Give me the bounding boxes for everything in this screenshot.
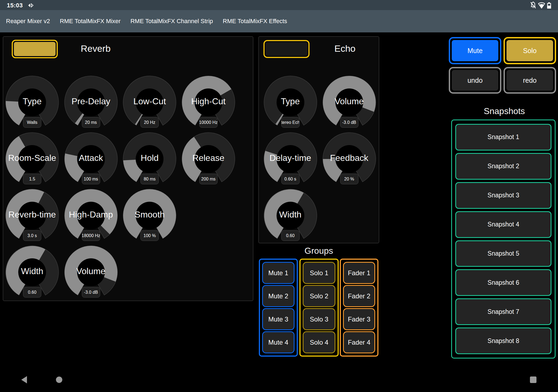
group-mute-button[interactable]: Mute 4 <box>262 331 295 353</box>
knob-type[interactable]: TypeStereo Echo <box>261 74 320 131</box>
snapshot-button[interactable]: Snapshot 1 <box>455 124 551 151</box>
knob-value: 20 ms <box>82 117 100 128</box>
tab-rme-totalmixfx-effects[interactable]: RME TotalMixFX Effects <box>223 18 287 25</box>
notifications-off-icon <box>530 0 537 10</box>
group-column-mute: Mute 1Mute 2Mute 3Mute 4 <box>259 259 298 357</box>
knob-volume[interactable]: Volume-3.0 dB <box>62 244 120 301</box>
battery-icon <box>545 0 553 10</box>
knob-hold[interactable]: Hold80 ms <box>120 131 179 187</box>
knob-type[interactable]: TypeWalls <box>3 74 62 131</box>
knob-attack[interactable]: Attack100 ms <box>62 131 120 187</box>
knob-volume[interactable]: Volume-3.0 dB <box>320 74 379 131</box>
knob-value: 3.0 s <box>23 230 41 241</box>
group-mute-button[interactable]: Mute 1 <box>262 262 295 284</box>
undo-button[interactable]: undo <box>449 67 501 94</box>
knob-release[interactable]: Release200 ms <box>179 131 238 187</box>
redo-button[interactable]: redo <box>504 67 556 94</box>
knob-value: 0.60 <box>23 287 41 298</box>
snapshot-button[interactable]: Snapshot 8 <box>455 327 551 354</box>
knob-label: Release <box>192 153 224 163</box>
knob-width[interactable]: Width0.60 <box>3 244 62 301</box>
knob-feedback[interactable]: Feedback20 % <box>320 131 379 187</box>
knob-value: 20 % <box>340 174 358 184</box>
home-icon[interactable] <box>56 376 62 383</box>
knob-value: 80 ms <box>141 174 159 184</box>
knob-smooth[interactable]: Smooth100 % <box>120 187 179 244</box>
group-solo-button[interactable]: Solo 3 <box>303 308 335 330</box>
reverb-enable-toggle[interactable] <box>12 40 58 58</box>
solo-button-label: Solo <box>507 40 553 61</box>
knob-label: Pre-Delay <box>71 96 110 106</box>
snapshot-button[interactable]: Snapshot 3 <box>455 182 551 209</box>
knob-value: Stereo Echo <box>281 117 299 128</box>
knob-value: 0.60 <box>281 230 299 241</box>
knob-label: High-Damp <box>69 210 113 220</box>
tab-bar: Reaper Mixer v2 RME TotalMixFX Mixer RME… <box>0 10 558 32</box>
knob-label: Delay-time <box>269 153 311 163</box>
tab-rme-totalmixfx-channel-strip[interactable]: RME TotalMixFX Channel Strip <box>131 18 213 25</box>
snapshots-title: Snapshots <box>484 106 525 116</box>
snapshot-button[interactable]: Snapshot 2 <box>455 153 551 180</box>
knob-label: Reverb-time <box>8 210 56 220</box>
snapshot-button[interactable]: Snapshot 5 <box>455 240 551 267</box>
status-bar: 15:03 <box>0 0 558 10</box>
knob-value: 200 ms <box>199 174 217 184</box>
group-fader-button[interactable]: Fader 4 <box>343 331 375 353</box>
solo-button[interactable]: Solo <box>504 37 556 64</box>
knob-value: 0.60 s <box>281 174 299 184</box>
knob-label: Type <box>281 96 300 106</box>
knob-value: 18000 Hz <box>82 230 100 241</box>
group-solo-button[interactable]: Solo 2 <box>303 285 335 307</box>
knob-value: 20 Hz <box>141 117 159 128</box>
knob-label: Attack <box>79 153 103 163</box>
echo-toggle-fill <box>266 42 307 56</box>
tab-reaper-mixer-v2[interactable]: Reaper Mixer v2 <box>6 18 50 25</box>
snapshot-list: Snapshot 1Snapshot 2Snapshot 3Snapshot 4… <box>451 120 556 359</box>
knob-label: Room-Scale <box>8 153 56 163</box>
knob-value: 10000 Hz <box>199 117 217 128</box>
group-column-fader: Fader 1Fader 2Fader 3Fader 4 <box>340 259 378 357</box>
knob-room-scale[interactable]: Room-Scale1.5 <box>3 131 62 187</box>
group-fader-button[interactable]: Fader 1 <box>343 262 375 284</box>
group-fader-button[interactable]: Fader 3 <box>343 308 375 330</box>
knob-width[interactable]: Width0.60 <box>261 187 320 244</box>
groups-title: Groups <box>305 246 333 256</box>
wifi-icon <box>538 0 545 10</box>
snapshot-button[interactable]: Snapshot 6 <box>455 269 551 296</box>
knob-label: Width <box>21 266 43 276</box>
echo-panel: Echo TypeStereo EchoVolume-3.0 dBDelay-t… <box>258 36 379 243</box>
status-time: 15:03 <box>7 0 23 10</box>
group-solo-button[interactable]: Solo 4 <box>303 331 335 353</box>
knob-label: Hold <box>141 153 159 163</box>
screen: 15:03 Reaper Mixer v2 RME TotalMixFX Mix… <box>0 0 558 392</box>
knob-high-damp[interactable]: High-Damp18000 Hz <box>62 187 120 244</box>
undo-button-label: undo <box>452 70 498 91</box>
echo-enable-toggle[interactable] <box>263 40 310 58</box>
knob-value: 100 ms <box>82 174 100 184</box>
knob-reverb-time[interactable]: Reverb-time3.0 s <box>3 187 62 244</box>
knob-value: -3.0 dB <box>82 287 100 298</box>
knob-pre-delay[interactable]: Pre-Delay20 ms <box>62 74 120 131</box>
knob-label: Volume <box>76 266 105 276</box>
back-icon[interactable] <box>21 376 27 384</box>
knob-label: Feedback <box>330 153 368 163</box>
knob-value: 1.5 <box>23 174 41 184</box>
reverb-toggle-fill <box>14 42 56 56</box>
group-solo-button[interactable]: Solo 1 <box>303 262 335 284</box>
knob-delay-time[interactable]: Delay-time0.60 s <box>261 131 320 187</box>
tab-rme-totalmixfx-mixer[interactable]: RME TotalMixFX Mixer <box>60 18 120 25</box>
mute-button-label: Mute <box>452 40 498 61</box>
snapshot-button[interactable]: Snapshot 4 <box>455 211 551 238</box>
recents-icon[interactable] <box>530 376 536 383</box>
knob-high-cut[interactable]: High-Cut10000 Hz <box>179 74 238 131</box>
group-mute-button[interactable]: Mute 2 <box>262 285 295 307</box>
mute-button[interactable]: Mute <box>449 37 501 64</box>
reverb-panel: Reverb TypeWallsPre-Delay20 msLow-Cut20 … <box>3 36 253 301</box>
knob-low-cut[interactable]: Low-Cut20 Hz <box>120 74 179 131</box>
snapshot-button[interactable]: Snapshot 7 <box>455 298 551 325</box>
knob-label: Width <box>279 210 302 220</box>
group-fader-button[interactable]: Fader 2 <box>343 285 375 307</box>
knob-label: Type <box>23 96 41 106</box>
group-mute-button[interactable]: Mute 3 <box>262 308 295 330</box>
knob-label: Low-Cut <box>134 96 166 106</box>
